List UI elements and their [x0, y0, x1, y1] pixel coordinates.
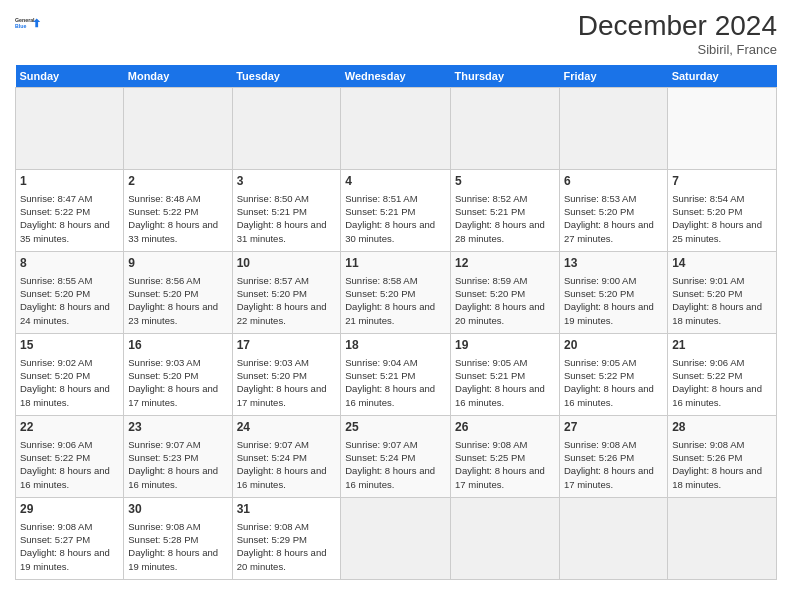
calendar-cell — [451, 88, 560, 170]
svg-text:General: General — [15, 17, 35, 23]
calendar-week-4: 22 Sunrise: 9:06 AM Sunset: 5:22 PM Dayl… — [16, 416, 777, 498]
calendar-cell: 19 Sunrise: 9:05 AM Sunset: 5:21 PM Dayl… — [451, 334, 560, 416]
header-friday: Friday — [560, 65, 668, 88]
day-number: 31 — [237, 501, 337, 518]
daylight-text: Daylight: 8 hours and 16 minutes. — [345, 465, 435, 489]
daylight-text: Daylight: 8 hours and 17 minutes. — [237, 383, 327, 407]
day-number: 23 — [128, 419, 227, 436]
days-header-row: Sunday Monday Tuesday Wednesday Thursday… — [16, 65, 777, 88]
daylight-text: Daylight: 8 hours and 28 minutes. — [455, 219, 545, 243]
calendar-cell: 28 Sunrise: 9:08 AM Sunset: 5:26 PM Dayl… — [668, 416, 777, 498]
sunrise-text: Sunrise: 8:59 AM — [455, 275, 527, 286]
day-number: 22 — [20, 419, 119, 436]
sunrise-text: Sunrise: 9:01 AM — [672, 275, 744, 286]
header-saturday: Saturday — [668, 65, 777, 88]
sunrise-text: Sunrise: 9:00 AM — [564, 275, 636, 286]
calendar-cell: 27 Sunrise: 9:08 AM Sunset: 5:26 PM Dayl… — [560, 416, 668, 498]
day-number: 10 — [237, 255, 337, 272]
sunrise-text: Sunrise: 8:50 AM — [237, 193, 309, 204]
daylight-text: Daylight: 8 hours and 31 minutes. — [237, 219, 327, 243]
sunrise-text: Sunrise: 9:02 AM — [20, 357, 92, 368]
daylight-text: Daylight: 8 hours and 18 minutes. — [672, 301, 762, 325]
day-number: 20 — [564, 337, 663, 354]
daylight-text: Daylight: 8 hours and 19 minutes. — [20, 547, 110, 571]
daylight-text: Daylight: 8 hours and 18 minutes. — [20, 383, 110, 407]
svg-text:Blue: Blue — [15, 23, 26, 29]
sunset-text: Sunset: 5:23 PM — [128, 452, 198, 463]
daylight-text: Daylight: 8 hours and 17 minutes. — [564, 465, 654, 489]
calendar-cell: 23 Sunrise: 9:07 AM Sunset: 5:23 PM Dayl… — [124, 416, 232, 498]
sunrise-text: Sunrise: 9:04 AM — [345, 357, 417, 368]
calendar-cell: 12 Sunrise: 8:59 AM Sunset: 5:20 PM Dayl… — [451, 252, 560, 334]
sunrise-text: Sunrise: 9:05 AM — [455, 357, 527, 368]
sunrise-text: Sunrise: 9:08 AM — [128, 521, 200, 532]
daylight-text: Daylight: 8 hours and 16 minutes. — [455, 383, 545, 407]
calendar-cell: 1 Sunrise: 8:47 AM Sunset: 5:22 PM Dayli… — [16, 170, 124, 252]
sunrise-text: Sunrise: 9:06 AM — [672, 357, 744, 368]
sunrise-text: Sunrise: 8:47 AM — [20, 193, 92, 204]
sunrise-text: Sunrise: 9:06 AM — [20, 439, 92, 450]
daylight-text: Daylight: 8 hours and 33 minutes. — [128, 219, 218, 243]
day-number: 24 — [237, 419, 337, 436]
daylight-text: Daylight: 8 hours and 35 minutes. — [20, 219, 110, 243]
calendar-cell: 15 Sunrise: 9:02 AM Sunset: 5:20 PM Dayl… — [16, 334, 124, 416]
sunset-text: Sunset: 5:22 PM — [20, 206, 90, 217]
header-monday: Monday — [124, 65, 232, 88]
calendar-cell: 26 Sunrise: 9:08 AM Sunset: 5:25 PM Dayl… — [451, 416, 560, 498]
sunset-text: Sunset: 5:22 PM — [672, 370, 742, 381]
sunrise-text: Sunrise: 9:07 AM — [345, 439, 417, 450]
daylight-text: Daylight: 8 hours and 16 minutes. — [20, 465, 110, 489]
daylight-text: Daylight: 8 hours and 16 minutes. — [564, 383, 654, 407]
calendar-cell: 25 Sunrise: 9:07 AM Sunset: 5:24 PM Dayl… — [341, 416, 451, 498]
day-number: 16 — [128, 337, 227, 354]
sunrise-text: Sunrise: 8:52 AM — [455, 193, 527, 204]
sunrise-text: Sunrise: 9:05 AM — [564, 357, 636, 368]
sunrise-text: Sunrise: 9:08 AM — [564, 439, 636, 450]
sunset-text: Sunset: 5:24 PM — [237, 452, 307, 463]
day-number: 6 — [564, 173, 663, 190]
day-number: 1 — [20, 173, 119, 190]
day-number: 18 — [345, 337, 446, 354]
sunset-text: Sunset: 5:20 PM — [128, 370, 198, 381]
day-number: 11 — [345, 255, 446, 272]
sunset-text: Sunset: 5:20 PM — [564, 288, 634, 299]
calendar-cell: 13 Sunrise: 9:00 AM Sunset: 5:20 PM Dayl… — [560, 252, 668, 334]
calendar-cell: 20 Sunrise: 9:05 AM Sunset: 5:22 PM Dayl… — [560, 334, 668, 416]
daylight-text: Daylight: 8 hours and 22 minutes. — [237, 301, 327, 325]
calendar-cell: 22 Sunrise: 9:06 AM Sunset: 5:22 PM Dayl… — [16, 416, 124, 498]
calendar-cell — [16, 88, 124, 170]
sunrise-text: Sunrise: 9:08 AM — [672, 439, 744, 450]
logo: GeneralBlue — [15, 10, 43, 38]
sunrise-text: Sunrise: 8:51 AM — [345, 193, 417, 204]
calendar-week-1: 1 Sunrise: 8:47 AM Sunset: 5:22 PM Dayli… — [16, 170, 777, 252]
sunset-text: Sunset: 5:21 PM — [455, 206, 525, 217]
day-number: 30 — [128, 501, 227, 518]
sunset-text: Sunset: 5:24 PM — [345, 452, 415, 463]
daylight-text: Daylight: 8 hours and 16 minutes. — [128, 465, 218, 489]
header-sunday: Sunday — [16, 65, 124, 88]
calendar-cell: 8 Sunrise: 8:55 AM Sunset: 5:20 PM Dayli… — [16, 252, 124, 334]
sunset-text: Sunset: 5:20 PM — [237, 370, 307, 381]
header-wednesday: Wednesday — [341, 65, 451, 88]
daylight-text: Daylight: 8 hours and 19 minutes. — [564, 301, 654, 325]
day-number: 9 — [128, 255, 227, 272]
daylight-text: Daylight: 8 hours and 20 minutes. — [455, 301, 545, 325]
calendar-cell: 31 Sunrise: 9:08 AM Sunset: 5:29 PM Dayl… — [232, 498, 341, 580]
day-number: 12 — [455, 255, 555, 272]
sunset-text: Sunset: 5:20 PM — [237, 288, 307, 299]
calendar-table: Sunday Monday Tuesday Wednesday Thursday… — [15, 65, 777, 580]
calendar-cell: 2 Sunrise: 8:48 AM Sunset: 5:22 PM Dayli… — [124, 170, 232, 252]
daylight-text: Daylight: 8 hours and 17 minutes. — [128, 383, 218, 407]
daylight-text: Daylight: 8 hours and 23 minutes. — [128, 301, 218, 325]
sunset-text: Sunset: 5:26 PM — [564, 452, 634, 463]
calendar-cell: 17 Sunrise: 9:03 AM Sunset: 5:20 PM Dayl… — [232, 334, 341, 416]
day-number: 5 — [455, 173, 555, 190]
sunrise-text: Sunrise: 9:08 AM — [20, 521, 92, 532]
sunset-text: Sunset: 5:20 PM — [672, 206, 742, 217]
sunset-text: Sunset: 5:20 PM — [564, 206, 634, 217]
day-number: 27 — [564, 419, 663, 436]
calendar-container: GeneralBlue December 2024 Sibiril, Franc… — [0, 0, 792, 590]
sunrise-text: Sunrise: 9:08 AM — [237, 521, 309, 532]
sunrise-text: Sunrise: 9:07 AM — [128, 439, 200, 450]
sunrise-text: Sunrise: 8:58 AM — [345, 275, 417, 286]
